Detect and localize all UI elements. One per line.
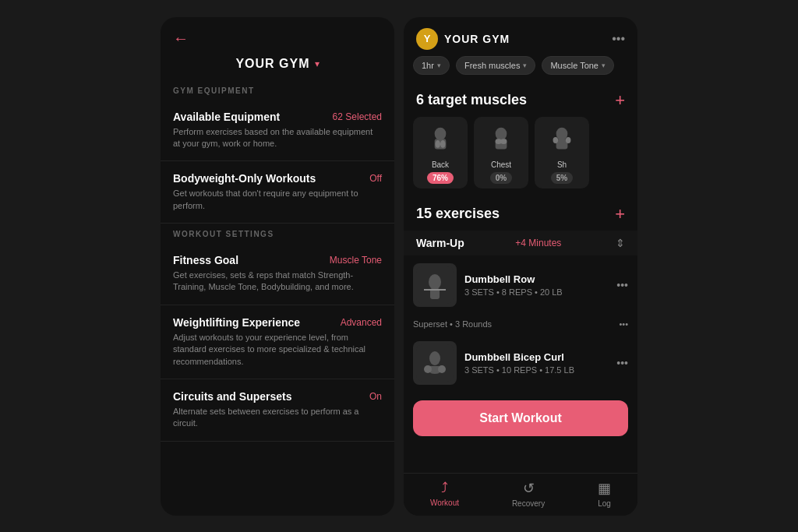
svg-point-11 [566, 136, 571, 143]
bicep-curl-name: Dumbbell Bicep Curl [464, 351, 609, 363]
svg-point-10 [553, 136, 559, 143]
add-muscle-button[interactable]: + [615, 90, 625, 111]
muscle-cards: Back 76% Chest 0% [404, 117, 637, 196]
filter-fresh-muscles-chevron: ▾ [523, 62, 527, 69]
nav-recovery[interactable]: ↺ Recovery [512, 480, 545, 508]
svg-point-7 [500, 139, 507, 144]
filter-1hr-chevron: ▾ [437, 62, 441, 69]
filter-fresh-muscles[interactable]: Fresh muscles ▾ [456, 56, 536, 75]
bodyweight-desc: Get workouts that don't require any equi… [173, 188, 382, 212]
exercises-title: 15 exercises [416, 206, 500, 222]
superset-label-row: Superset • 3 Rounds ••• [404, 315, 637, 333]
circuits-value: On [369, 391, 382, 402]
available-equipment-desc: Perform exercises based on the available… [173, 126, 382, 150]
weightlifting-desc: Adjust workouts to your experience level… [173, 332, 382, 368]
filter-muscle-tone-chevron: ▾ [602, 62, 606, 69]
gym-dropdown-arrow[interactable]: ▾ [315, 58, 320, 69]
available-equipment-title: Available Equipment [173, 111, 280, 123]
filter-1hr-label: 1hr [422, 61, 434, 70]
svg-point-2 [435, 140, 440, 148]
back-muscle-name: Back [432, 160, 449, 169]
svg-point-13 [429, 274, 441, 290]
gym-equipment-label: GYM EQUIPMENT [161, 80, 394, 100]
dumbbell-row-more[interactable]: ••• [616, 279, 628, 291]
workout-nav-icon: ⤴ [441, 480, 448, 496]
right-header: Y YOUR GYM ••• [404, 17, 637, 56]
svg-point-4 [496, 127, 507, 139]
circuits-title: Circuits and Supersets [173, 390, 292, 403]
bicep-curl-thumb [413, 341, 457, 385]
left-header: ← [161, 17, 394, 54]
svg-point-0 [435, 127, 447, 139]
dumbbell-row-thumb [413, 263, 457, 307]
fitness-goal-value: Muscle Tone [330, 255, 382, 266]
bicep-curl-more[interactable]: ••• [616, 357, 628, 369]
log-nav-label: Log [598, 499, 611, 508]
bicep-curl-meta: 3 SETS • 10 REPS • 17.5 LB [464, 365, 609, 375]
recovery-nav-label: Recovery [512, 499, 545, 508]
start-workout-button[interactable]: Start Workout [413, 400, 628, 436]
nav-workout[interactable]: ⤴ Workout [430, 480, 459, 507]
shoulder-muscle-badge: 5% [551, 172, 573, 184]
shoulder-muscle-name: Sh [557, 160, 567, 169]
available-equipment-item[interactable]: Available Equipment 62 Selected Perform … [161, 100, 394, 162]
back-muscle-icon [423, 123, 457, 157]
nav-log[interactable]: ▦ Log [598, 480, 611, 508]
gym-title-row: YOUR GYM ▾ [161, 54, 394, 80]
exercise-bicep-curl[interactable]: Dumbbell Bicep Curl 3 SETS • 10 REPS • 1… [404, 333, 637, 393]
chest-muscle-badge: 0% [490, 172, 512, 184]
back-muscle-badge: 76% [427, 172, 454, 184]
warmup-adjust-icon[interactable]: ⇕ [616, 237, 625, 249]
available-equipment-value: 62 Selected [333, 111, 382, 122]
log-nav-icon: ▦ [598, 480, 611, 497]
warmup-row[interactable]: Warm-Up +4 Minutes ⇕ [404, 231, 637, 255]
svg-point-17 [429, 351, 440, 365]
bodyweight-only-item[interactable]: Bodyweight-Only Workouts Off Get workout… [161, 161, 394, 224]
weightlifting-value: Advanced [341, 317, 382, 328]
filter-1hr[interactable]: 1hr ▾ [413, 56, 450, 75]
exercises-row: 15 exercises + [404, 196, 637, 231]
svg-point-3 [440, 140, 446, 148]
filter-muscle-tone[interactable]: Muscle Tone ▾ [542, 56, 614, 75]
target-muscles-title: 6 target muscles [416, 92, 527, 108]
fitness-goal-header: Fitness Goal Muscle Tone [173, 254, 382, 266]
circuits-desc: Alternate sets between exercises to perf… [173, 406, 382, 430]
bottom-nav: ⤴ Workout ↺ Recovery ▦ Log [404, 473, 637, 516]
weightlifting-header: Weightlifting Experience Advanced [173, 316, 382, 329]
chest-muscle-name: Chest [491, 160, 511, 169]
circuits-supersets-item[interactable]: Circuits and Supersets On Alternate sets… [161, 379, 394, 442]
chest-muscle-icon [484, 123, 518, 157]
svg-point-19 [438, 365, 446, 373]
muscle-card-back[interactable]: Back 76% [413, 117, 468, 188]
shoulder-muscle-icon [545, 123, 579, 157]
add-exercise-button[interactable]: + [615, 204, 625, 224]
dumbbell-row-meta: 3 SETS • 8 REPS • 20 LB [464, 287, 609, 297]
bodyweight-title: Bodyweight-Only Workouts [173, 172, 316, 185]
filter-muscle-tone-label: Muscle Tone [550, 61, 598, 70]
superset-more[interactable]: ••• [619, 319, 628, 329]
workout-nav-label: Workout [430, 499, 459, 507]
weightlifting-experience-item[interactable]: Weightlifting Experience Advanced Adjust… [161, 305, 394, 379]
gym-title: YOUR GYM [235, 57, 309, 71]
svg-point-18 [424, 365, 432, 373]
muscle-card-shoulder[interactable]: Sh 5% [535, 117, 589, 188]
more-options-button[interactable]: ••• [612, 32, 625, 46]
filter-fresh-muscles-label: Fresh muscles [464, 61, 521, 70]
right-gym-name: YOUR GYM [444, 33, 612, 45]
circuits-header: Circuits and Supersets On [173, 390, 382, 403]
weightlifting-title: Weightlifting Experience [173, 316, 300, 329]
target-muscles-row: 6 target muscles + [404, 83, 637, 117]
filter-row: 1hr ▾ Fresh muscles ▾ Muscle Tone ▾ [404, 56, 637, 83]
bodyweight-value: Off [369, 173, 382, 184]
warmup-label: Warm-Up [416, 237, 464, 249]
muscle-card-chest[interactable]: Chest 0% [474, 117, 528, 188]
gym-logo: Y [416, 28, 438, 50]
available-equipment-header: Available Equipment 62 Selected [173, 111, 382, 123]
back-button[interactable]: ← [173, 30, 189, 48]
dumbbell-row-name: Dumbbell Row [464, 273, 609, 285]
exercise-dumbbell-row[interactable]: Dumbbell Row 3 SETS • 8 REPS • 20 LB ••• [404, 255, 637, 315]
fitness-goal-item[interactable]: Fitness Goal Muscle Tone Get exercises, … [161, 243, 394, 305]
bodyweight-header: Bodyweight-Only Workouts Off [173, 172, 382, 185]
workout-settings-label: WORKOUT SETTINGS [161, 224, 394, 243]
right-phone-panel: Y YOUR GYM ••• 1hr ▾ Fresh muscles ▾ Mus… [404, 17, 637, 516]
